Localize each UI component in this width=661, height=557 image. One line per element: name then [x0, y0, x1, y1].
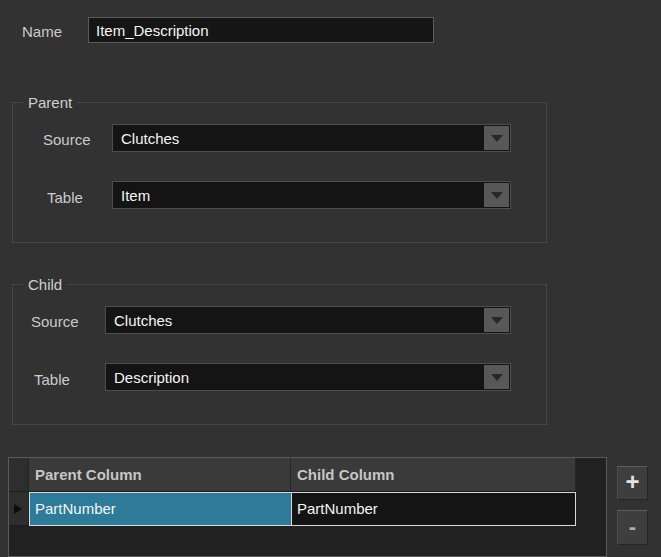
child-source-label: Source [31, 313, 79, 330]
parent-group-title: Parent [23, 94, 77, 111]
grid-header-parent-column[interactable]: Parent Column [29, 458, 291, 492]
grid-cell-parent-column[interactable]: PartNumber [30, 493, 291, 525]
plus-icon: + [625, 468, 639, 496]
grid-header-child-column[interactable]: Child Column [291, 458, 576, 492]
current-row-marker-icon [14, 504, 22, 514]
parent-table-combobox[interactable]: Item [112, 181, 511, 209]
parent-source-dropdown-button[interactable] [484, 126, 509, 150]
child-table-combobox[interactable]: Description [105, 363, 511, 391]
child-group-title: Child [23, 276, 67, 293]
chevron-down-icon [491, 374, 503, 381]
name-input[interactable] [88, 17, 434, 43]
child-source-combobox[interactable]: Clutches [105, 306, 511, 334]
name-label: Name [22, 23, 62, 40]
grid-select-all-corner[interactable] [9, 458, 29, 492]
parent-source-label: Source [43, 131, 91, 148]
grid-row-header[interactable] [9, 492, 29, 526]
column-mapping-grid: Parent Column Child Column PartNumber Pa… [8, 457, 607, 557]
remove-row-button[interactable]: - [617, 510, 648, 545]
add-row-button[interactable]: + [617, 466, 648, 500]
child-source-dropdown-button[interactable] [484, 308, 509, 332]
chevron-down-icon [491, 192, 503, 199]
child-table-dropdown-button[interactable] [484, 365, 509, 389]
chevron-down-icon [491, 317, 503, 324]
grid-row: PartNumber PartNumber [29, 492, 576, 526]
grid-cell-child-column[interactable]: PartNumber [291, 493, 575, 525]
child-table-value: Description [114, 369, 189, 386]
parent-table-label: Table [47, 189, 83, 206]
parent-source-value: Clutches [121, 130, 179, 147]
minus-icon: - [629, 514, 636, 540]
parent-table-value: Item [121, 187, 150, 204]
child-table-label: Table [34, 371, 70, 388]
relationship-editor-dialog: Name Parent Source Clutches Table Item C… [0, 0, 661, 557]
chevron-down-icon [491, 135, 503, 142]
parent-table-dropdown-button[interactable] [484, 183, 509, 207]
child-source-value: Clutches [114, 312, 172, 329]
parent-source-combobox[interactable]: Clutches [112, 124, 511, 152]
